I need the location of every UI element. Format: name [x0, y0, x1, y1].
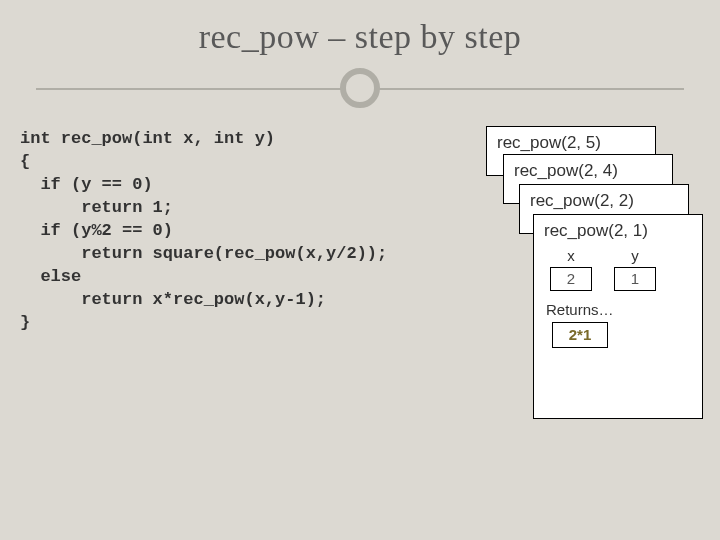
returns-label: Returns… — [546, 301, 692, 318]
slide: rec_pow – step by step int rec_pow(int x… — [0, 0, 720, 540]
frame-title: rec_pow(2, 2) — [530, 191, 678, 211]
call-stack: rec_pow(2, 5) rec_pow(2, 4) rec_pow(2, 2… — [511, 130, 696, 380]
stack-frame-top: rec_pow(2, 1) x 2 y 1 Returns… 2*1 — [533, 214, 703, 419]
frame-title: rec_pow(2, 1) — [544, 221, 692, 241]
vars-row: x 2 y 1 — [550, 247, 692, 291]
var-value: 2 — [550, 267, 592, 291]
frame-title: rec_pow(2, 5) — [497, 133, 645, 153]
frame-title: rec_pow(2, 4) — [514, 161, 662, 181]
var-value: 1 — [614, 267, 656, 291]
slide-title: rec_pow – step by step — [0, 18, 720, 56]
var-x: x 2 — [550, 247, 592, 291]
var-y: y 1 — [614, 247, 656, 291]
returns-value: 2*1 — [552, 322, 608, 348]
var-label: x — [550, 247, 592, 264]
ring-icon — [340, 68, 380, 108]
title-area: rec_pow – step by step — [0, 0, 720, 56]
var-label: y — [614, 247, 656, 264]
